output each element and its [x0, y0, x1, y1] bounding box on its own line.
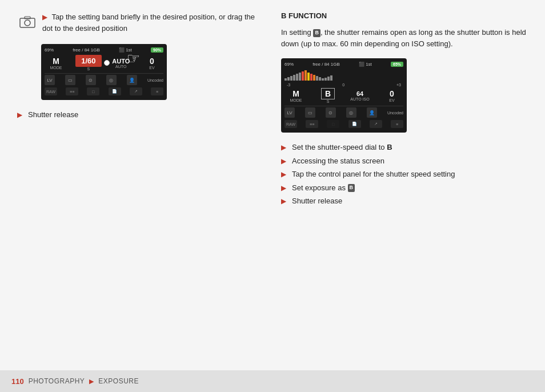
bullet-list-right: ▶ Set the shutter-speed dial to B ▶ Acce… — [281, 142, 528, 207]
mode-value-right: M — [292, 89, 299, 98]
bullet-5: ▶ Shutter release — [281, 195, 528, 207]
screen-bottom-right: RAW ≡≡ □ 📄 ↗ ≡ — [284, 119, 403, 129]
screen-icons-right: LV ▭ ⊙ ◎ 👤 Uncoded — [284, 106, 403, 119]
hist3 — [290, 76, 292, 81]
histogram — [284, 69, 403, 81]
bullet-2-text: Accessing the status screen — [292, 155, 384, 167]
intro-text: ▶ Tap the setting band briefly in the de… — [42, 11, 264, 34]
shutter-release-bullet-left: ▶ Shutter release — [17, 109, 264, 121]
icon3-left: ⊙ — [86, 75, 96, 85]
b-inline-bullet4: B — [348, 184, 355, 192]
icon4-right: ◎ — [346, 107, 356, 118]
ev-value-left: 0 — [150, 57, 154, 66]
right-column: B FUNCTION In setting B, the shutter rem… — [281, 11, 528, 335]
footer-arrow: ▶ — [89, 378, 94, 385]
section-intro: In setting B, the shutter remains open a… — [281, 27, 528, 49]
icon5-right: 👤 — [367, 107, 377, 118]
iso-label-right: AUTO ISO — [350, 97, 369, 101]
battery-left: 90% — [151, 47, 163, 53]
screen-storage-right: free / 84 1GB — [312, 62, 340, 67]
b-control-right: B S — [316, 88, 339, 103]
hist2 — [287, 77, 290, 81]
hist4 — [293, 75, 295, 81]
iso-value-right: 64 — [356, 90, 363, 97]
iso-control-right: 64 AUTO ISO — [348, 90, 371, 101]
hist10 — [310, 74, 312, 81]
ev-control-right: 0 EV — [380, 89, 403, 102]
b-bold-1: B — [387, 143, 392, 151]
bottom-icon4-right: 📄 — [348, 120, 361, 128]
arrow-bullet-4: ▶ — [281, 183, 286, 193]
hist11 — [313, 75, 315, 81]
auto-label-left: AUTO — [115, 65, 126, 69]
scale-minus3: -3 — [287, 83, 290, 87]
bullet-1-text: Set the shutter-speed dial to B — [292, 142, 392, 153]
arrow-bullet-intro: ▶ — [42, 13, 47, 21]
hist7 — [302, 71, 304, 81]
ev-label-left: EV — [149, 66, 154, 70]
footer: 110 PHOTOGRAPHY ▶ EXPOSURE — [0, 370, 545, 392]
screen-storage-left: free / 84 1GB — [73, 47, 100, 53]
screen-bottom-left: RAW ≡≡ □ 📄 ↗ ≡ — [45, 86, 163, 97]
bullet-1: ▶ Set the shutter-speed dial to B — [281, 142, 528, 153]
hist13 — [319, 77, 321, 81]
b-value-right: B — [321, 88, 335, 99]
shutter-release-text-left: Shutter release — [28, 109, 78, 121]
screen-top-bar-right: 69% free / 84 1GB ⬛ 1st 65% — [284, 62, 403, 67]
uncoded-right: Uncoded — [387, 111, 403, 115]
bullet-3: ▶ Tap the control panel for the shutter … — [281, 169, 528, 180]
screen-top-bar-left: 69% free / 84 1GB ⬛ 1st 90% — [45, 47, 163, 53]
bullet-3-text: Tap the control panel for the shutter sp… — [292, 169, 455, 180]
shutter-control-left: 1/60 S — [75, 55, 101, 71]
gesture-hand: ☞ — [127, 50, 140, 67]
battery-right: 65% — [391, 62, 403, 67]
screen-icons-left: LV ▭ ⊙ ◎ 👤 Uncoded — [45, 73, 163, 86]
camera-screen-right: 69% free / 84 1GB ⬛ 1st 65% — [281, 58, 407, 133]
icon5-left: 👤 — [127, 75, 137, 85]
ev-control-left: 0 EV — [141, 57, 163, 70]
bottom-icon6-right: ≡ — [391, 120, 403, 128]
scale-plus3: +3 — [396, 83, 401, 87]
ev-label-right: EV — [389, 98, 394, 102]
b-label-right: S — [327, 99, 330, 103]
section-title: B FUNCTION — [281, 11, 528, 20]
svg-rect-2 — [25, 17, 30, 19]
mode-control-right: M MODE — [284, 89, 307, 102]
left-column: ▶ Tap the setting band briefly in the de… — [17, 11, 264, 335]
bottom-icon5-right: ↗ — [370, 120, 382, 128]
arrow-bullet-3: ▶ — [281, 169, 286, 179]
arrow-bullet-shutter-left: ▶ — [17, 110, 22, 120]
hist16 — [327, 77, 330, 81]
bottom-icon3-right: □ — [327, 120, 339, 128]
lv-icon-right: LV — [284, 107, 295, 118]
hist12 — [316, 76, 318, 81]
bottom-icon4-left: 📄 — [109, 87, 121, 95]
camera-icon — [19, 15, 36, 29]
hist8 — [304, 70, 307, 81]
shutter-label-left: S — [87, 67, 90, 71]
bottom-icon6-left: ≡ — [151, 87, 163, 95]
hist17 — [330, 75, 332, 81]
arrow-bullet-1: ▶ — [281, 142, 286, 153]
bottom-icon1-right: RAW — [284, 120, 297, 128]
hist5 — [296, 74, 298, 81]
lv-icon-left: LV — [45, 75, 55, 85]
hist6 — [299, 73, 301, 81]
bullet-5-text: Shutter release — [292, 195, 342, 207]
svg-point-1 — [25, 20, 30, 26]
bullet-4: ▶ Set exposure as B — [281, 182, 528, 194]
screen-free-right: 69% — [284, 62, 294, 67]
b-inline-intro: B — [313, 29, 320, 37]
screen-card-right: ⬛ 1st — [359, 62, 372, 67]
mode-control-left: M MODE — [45, 57, 67, 70]
bottom-icon3-left: □ — [87, 87, 99, 95]
icon2-right: ▭ — [305, 107, 315, 118]
camera-icon-wrapper — [17, 11, 38, 32]
footer-page-number: 110 — [11, 377, 24, 386]
hist14 — [322, 78, 324, 81]
bullet-4-text: Set exposure as B — [292, 182, 355, 194]
screen-controls-right: M MODE B S 64 AUTO ISO 0 EV — [284, 88, 403, 103]
bottom-icon2-left: ≡≡ — [66, 87, 78, 95]
mode-label-left: MODE — [50, 66, 62, 70]
arrow-bullet-2: ▶ — [281, 156, 286, 166]
